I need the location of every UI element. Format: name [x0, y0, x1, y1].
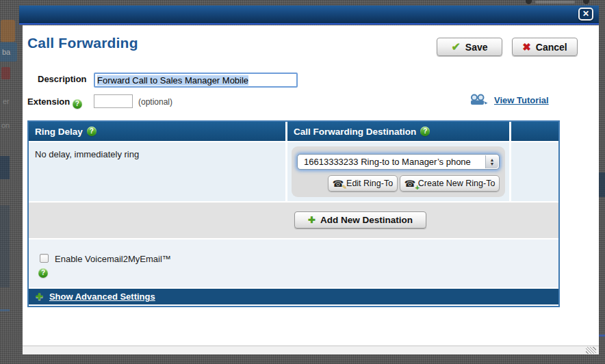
background-remnant-button: ba: [0, 42, 17, 62]
resize-handle[interactable]: [586, 347, 596, 354]
add-new-destination-button[interactable]: ✚ Add New Destination: [294, 211, 426, 229]
extension-input[interactable]: [94, 94, 133, 108]
voicemail-label: Enable Voicemail2MyEmail™: [55, 254, 171, 264]
add-new-destination-label: Add New Destination: [320, 215, 413, 225]
create-new-ring-to-label: Create New Ring-To: [418, 179, 495, 188]
background-remnant-textline: [535, 1, 575, 3]
table-row: No delay, immediately ring 16613333233 R…: [29, 142, 558, 201]
help-icon[interactable]: ?: [420, 127, 430, 136]
destination-select[interactable]: 16613333233 Ring-to to Manager’s phone ▲…: [297, 154, 500, 170]
phone-icon: ☎: [404, 179, 415, 189]
background-remnant-line: [0, 309, 10, 311]
show-advanced-settings-link[interactable]: Show Advanced Settings: [49, 291, 155, 302]
destination-cell: 16613333233 Ring-to to Manager’s phone ▲…: [287, 142, 509, 201]
edit-ring-to-label: Edit Ring-To: [346, 179, 393, 188]
view-tutorial-text: View Tutorial: [494, 95, 549, 105]
voicemail-section: Enable Voicemail2MyEmail™ ?: [29, 239, 558, 287]
page-title: Call Forwarding: [27, 35, 138, 51]
phone-edit-icon: ☎ ✎: [333, 179, 344, 189]
save-button-label: Save: [465, 42, 488, 53]
destination-panel: 16613333233 Ring-to to Manager’s phone ▲…: [292, 146, 505, 197]
table-header-row: Ring Delay ? Call Forwarding Destination…: [29, 122, 558, 141]
phone-add-icon: ☎ +: [404, 179, 415, 189]
background-remnant-text: ba: [2, 48, 10, 56]
edit-ring-to-button[interactable]: ☎ ✎ Edit Ring-To: [328, 175, 398, 192]
background-remnant-block: [0, 156, 10, 179]
dialog-titlebar: ✕: [19, 5, 599, 25]
background-remnant-icon: [526, 0, 532, 4]
header-actions: [511, 122, 558, 141]
x-icon: ✖: [522, 41, 531, 53]
background-remnant-text: on: [1, 121, 10, 129]
view-tutorial-link[interactable]: View Tutorial: [469, 94, 549, 106]
dialog-footer-strip: [23, 346, 599, 354]
description-label: Description: [38, 74, 87, 84]
movie-camera-icon: [469, 94, 489, 106]
check-icon: ✔: [451, 40, 460, 53]
close-button[interactable]: ✕: [578, 8, 593, 21]
help-icon[interactable]: ?: [87, 127, 96, 136]
add-destination-band: ✚ Add New Destination: [29, 203, 558, 238]
ring-delay-value: No delay, immediately ring: [29, 142, 285, 159]
background-remnant-block: [0, 205, 10, 287]
create-new-ring-to-button[interactable]: ☎ + Create New Ring-To: [400, 175, 500, 192]
cancel-button-label: Cancel: [536, 42, 567, 53]
plus-icon: ✚: [308, 215, 316, 225]
header-destination-label: Call Forwarding Destination: [294, 127, 416, 137]
background-remnant-icon: [583, 0, 589, 4]
help-icon[interactable]: ?: [73, 99, 82, 109]
help-icon[interactable]: ?: [38, 268, 48, 278]
header-destination: Call Forwarding Destination ?: [287, 122, 509, 141]
optional-hint: (optional): [138, 97, 172, 107]
background-remnant-line: [598, 335, 605, 337]
save-button[interactable]: ✔ Save: [437, 38, 502, 56]
voicemail-checkbox[interactable]: [40, 254, 49, 263]
advanced-settings-bar: ✚ Show Advanced Settings: [29, 289, 558, 304]
description-value: Forward Call to Sales Manager Mobile: [97, 75, 248, 86]
select-stepper-icon: ▲ ▼: [485, 155, 498, 168]
description-input[interactable]: Forward Call to Sales Manager Mobile: [94, 73, 298, 88]
call-forwarding-dialog: Call Forwarding ✔ Save ✖ Cancel Descript…: [23, 25, 599, 346]
background-remnant-mark: [1, 67, 10, 79]
background-remnant-logo: [1, 20, 15, 42]
background-remnant-text: er: [3, 97, 10, 105]
ring-delay-cell: No delay, immediately ring: [29, 142, 285, 201]
pencil-icon: ✎: [342, 184, 348, 191]
call-forwarding-table: Ring Delay ? Call Forwarding Destination…: [27, 120, 560, 307]
stepper-down-icon: ▼: [490, 162, 495, 166]
extension-label: Extension ?: [27, 96, 82, 109]
header-ring-delay: Ring Delay ?: [29, 122, 285, 141]
plus-icon: +: [415, 183, 419, 192]
plus-icon: ✚: [36, 291, 43, 302]
close-icon: ✕: [582, 9, 589, 18]
actions-cell: [511, 142, 558, 201]
header-ring-delay-label: Ring Delay: [35, 127, 83, 137]
destination-selected-option: 16613333233 Ring-to to Manager’s phone: [304, 157, 471, 167]
extension-label-text: Extension: [27, 96, 70, 107]
cancel-button[interactable]: ✖ Cancel: [512, 38, 578, 56]
